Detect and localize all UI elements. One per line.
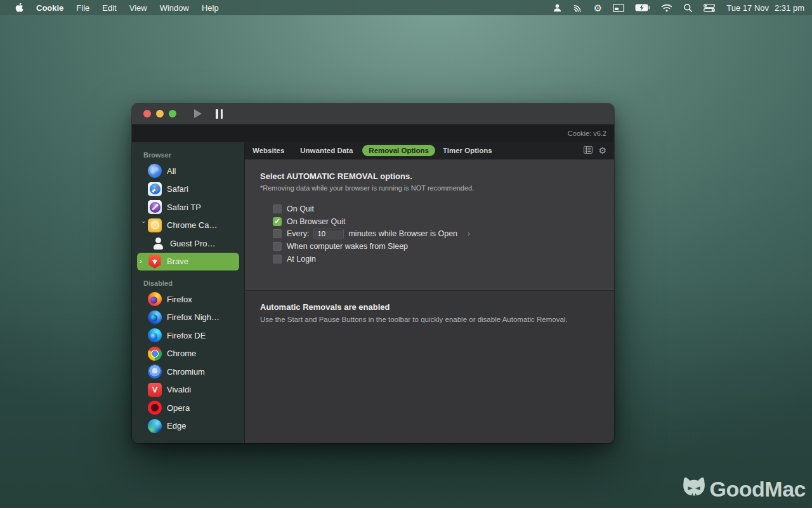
tab-removal-options[interactable]: Removal Options [362,145,435,156]
pause-icon[interactable] [216,109,223,119]
user-icon[interactable] [549,0,565,15]
removal-options-heading: Select AUTOMATIC REMOVAL options. [260,171,599,181]
sidebar-item-safari[interactable]: Safari [137,180,239,199]
removal-options-section: Select AUTOMATIC REMOVAL options. *Remov… [245,159,614,290]
list-view-icon[interactable] [584,145,593,156]
checkbox-row-every-minutes[interactable]: Every: minutes while Browser is Open › [273,228,599,241]
menu-item-help[interactable]: Help [195,3,225,13]
menu-item-view[interactable]: View [123,3,154,13]
play-icon[interactable] [194,109,202,118]
every-label-suffix: minutes while Browser is Open [348,229,457,238]
sidebar-item-vivaldi[interactable]: Vivaldi [137,381,239,399]
edge-icon [148,419,162,433]
checkbox-label: At Login [287,255,316,264]
tab-websites[interactable]: Websites [252,147,284,154]
browser-sidebar: Browser All Safari Safari TP › [132,142,245,443]
checkbox-label: When computer wakes from Sleep [287,242,408,251]
checkbox-row-on-browser-quit[interactable]: On Browser Quit [273,215,599,228]
brave-icon [148,255,162,269]
vivaldi-icon [148,383,162,397]
tab-unwanted-data[interactable]: Unwanted Data [300,147,353,154]
checkbox-unchecked[interactable] [273,255,282,264]
sidebar-item-safari-tp[interactable]: Safari TP [137,198,239,217]
firefox-developer-icon [148,328,162,342]
minimize-button[interactable] [156,110,164,117]
sidebar-item-chrome-canary[interactable]: › Chrome Ca… [137,217,239,235]
apple-menu-icon[interactable] [9,3,30,13]
every-minutes-input[interactable] [313,229,344,239]
menu-item-window[interactable]: Window [154,3,195,13]
sidebar-item-edge[interactable]: Edge [137,417,239,436]
checkbox-row-at-login[interactable]: At Login [273,253,599,265]
sidebar-section-browser: Browser [143,151,244,159]
battery-charging-icon[interactable] [632,0,653,15]
menu-bar-time: 2:31 pm [775,3,804,13]
sidebar-section-disabled: Disabled [143,279,244,287]
safari-tp-icon [148,200,162,214]
removal-options-note: *Removing data while your browser is run… [260,184,599,192]
checkbox-checked[interactable] [273,217,282,226]
window-titlebar[interactable] [132,104,614,124]
menu-bar-date: Tue 17 Nov [726,3,769,13]
firefox-nightly-icon [148,311,162,324]
tab-bar: Websites Unwanted Data Removal Options T… [245,142,614,159]
tab-timer-options[interactable]: Timer Options [443,147,492,154]
goodmac-watermark: GoodMac [680,475,806,503]
sidebar-item-firefox[interactable]: Firefox [137,290,239,309]
sidebar-item-guest-profile[interactable]: Guest Pro… [137,234,239,253]
guest-profile-icon [151,236,165,250]
sidebar-item-firefox-de[interactable]: Firefox DE [137,326,239,345]
control-center-icon[interactable] [700,0,718,15]
checkbox-label: On Quit [287,204,314,213]
gear-icon[interactable]: ⚙ [591,0,605,15]
sidebar-item-firefox-nightly[interactable]: Firefox Nigh… [137,309,239,327]
checkbox-label: On Browser Quit [287,217,345,226]
sidebar-item-all[interactable]: All [137,162,239,180]
removal-checkbox-list: On Quit On Browser Quit Every: minutes w… [273,203,599,265]
status-description: Use the Start and Pause Buttons in the t… [260,316,599,323]
menu-item-file[interactable]: File [70,3,96,13]
status-title: Automatic Removals are enabled [260,302,599,312]
safari-icon [148,182,162,196]
checkbox-row-wake-from-sleep[interactable]: When computer wakes from Sleep [273,240,599,253]
close-button[interactable] [143,110,151,117]
cookie-app-window: Cookie: v6.2 Browser All Safari [132,104,614,443]
input-source-icon[interactable] [610,0,627,15]
checkbox-unchecked[interactable] [273,242,282,251]
chrome-canary-icon [148,218,162,232]
desktop-background: Cookie File Edit View Window Help ⚙ [0,0,812,508]
automatic-removal-status-section: Automatic Removals are enabled Use the S… [245,290,614,443]
sidebar-item-brave[interactable]: › Brave [137,253,239,271]
sidebar-item-chromium[interactable]: Chromium [137,363,239,381]
firefox-icon [148,292,162,306]
menu-item-edit[interactable]: Edit [96,3,122,13]
main-panel: Websites Unwanted Data Removal Options T… [245,142,614,443]
goodmac-logo-text: GoodMac [710,477,806,502]
checkbox-unchecked[interactable] [273,204,282,213]
chromium-icon [148,364,162,378]
menu-item-app[interactable]: Cookie [30,3,70,13]
chevron-right-icon[interactable]: › [140,258,148,265]
checkbox-unchecked[interactable] [273,229,282,238]
globe-icon [148,164,162,178]
goodmac-cat-icon [680,475,708,503]
settings-icon[interactable]: ⚙ [598,146,606,155]
every-label-prefix: Every: [287,229,309,238]
chevron-down-icon[interactable]: › [140,221,147,229]
chrome-icon [148,347,162,361]
menu-bar: Cookie File Edit View Window Help ⚙ [0,0,812,15]
sidebar-item-chrome[interactable]: Chrome [137,345,239,363]
checkbox-row-on-quit[interactable]: On Quit [273,203,599,215]
search-icon[interactable] [680,0,696,15]
wifi-icon[interactable] [658,0,676,15]
sidebar-item-opera[interactable]: Opera [137,399,239,417]
hotspot-icon[interactable] [570,0,586,15]
version-label: Cookie: v6.2 [568,130,606,137]
version-strip: Cookie: v6.2 [132,124,614,142]
menu-bar-clock[interactable]: Tue 17 Nov 2:31 pm [723,3,804,13]
zoom-button[interactable] [169,110,176,117]
opera-icon [148,401,162,415]
disclosure-chevron-icon[interactable]: › [468,229,470,238]
